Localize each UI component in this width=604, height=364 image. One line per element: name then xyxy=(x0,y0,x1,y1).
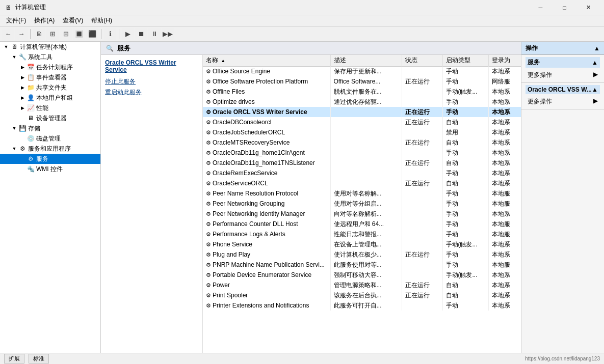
service-login-cell: 本地系 xyxy=(488,239,521,249)
toolbar-btn-info[interactable]: ℹ xyxy=(104,28,116,40)
service-status-cell: 正在运行 xyxy=(402,249,442,260)
table-row[interactable]: ⚙Print Spooler该服务在后台执...正在运行自动本地系 xyxy=(203,290,521,300)
col-header-login[interactable]: 登录为 xyxy=(488,55,521,66)
restart-service-link[interactable]: 重启动此服务 xyxy=(105,88,198,97)
table-row[interactable]: ⚙Power管理电源策略和...正在运行自动本地系 xyxy=(203,280,521,290)
table-row[interactable]: ⚙Office Source Engine保存用于更新和...手动本地系 xyxy=(203,66,521,76)
table-row[interactable]: ⚙Performance Counter DLL Host使远程用户和 64..… xyxy=(203,219,521,229)
maximize-button[interactable]: □ xyxy=(553,0,576,15)
table-row[interactable]: ⚙Phone Service在设备上管理电...手动(触发...本地系 xyxy=(203,239,521,249)
service-name-cell: ⚙OracleServiceORCL xyxy=(203,178,330,188)
back-button[interactable]: ← xyxy=(2,28,14,40)
table-row[interactable]: ⚙OracleMTSRecoveryService正在运行自动本地系 xyxy=(203,137,521,148)
service-detail-name[interactable]: Oracle ORCL VSS Writer Service xyxy=(105,59,198,73)
menu-action[interactable]: 操作(A) xyxy=(30,15,59,26)
toolbar-btn-4[interactable]: 🔳 xyxy=(73,28,85,40)
table-row[interactable]: ⚙PNRP Machine Name Publication Servi...此… xyxy=(203,260,521,270)
tree-node-services[interactable]: ⚙ 服务 xyxy=(0,154,100,164)
service-startup-cell: 自动 xyxy=(442,280,488,290)
service-startup-cell: 手动 xyxy=(442,148,488,158)
tree-label-root: 计算机管理(本地) xyxy=(20,43,67,51)
tree-node-events[interactable]: ▶ 📋 事件查看器 xyxy=(0,72,100,82)
col-header-startup[interactable]: 启动类型 xyxy=(442,55,488,66)
menu-help[interactable]: 帮助(H) xyxy=(87,15,116,26)
table-row[interactable]: ⚙Peer Name Resolution Protocol使用对等名称解...… xyxy=(203,188,521,199)
service-startup-cell: 自动 xyxy=(442,137,488,148)
service-status-cell xyxy=(402,239,442,249)
service-status-cell xyxy=(402,270,442,280)
table-row[interactable]: ⚙OracleJobSchedulerORCL禁用本地系 xyxy=(203,127,521,137)
tree-node-root[interactable]: ▼ 🖥 计算机管理(本地) xyxy=(0,42,100,52)
service-name-cell: ⚙Performance Logs & Alerts xyxy=(203,229,330,239)
toolbar-btn-2[interactable]: ⊞ xyxy=(46,28,59,40)
service-login-cell: 本地系 xyxy=(488,300,521,311)
table-row[interactable]: ⚙OracleOraDb11g_home1TNSListener正在运行自动本地… xyxy=(203,158,521,168)
table-row[interactable]: ⚙Peer Networking Grouping使用对等分组启...手动本地服 xyxy=(203,199,521,209)
tree-label-disk: 磁盘管理 xyxy=(36,134,61,143)
table-row[interactable]: ⚙OracleServiceORCL正在运行自动本地系 xyxy=(203,178,521,188)
tab-expand[interactable]: 扩展 xyxy=(4,354,24,363)
expand-device xyxy=(18,114,27,122)
table-row[interactable]: ⚙OracleOraDb11g_home1ClrAgent手动本地系 xyxy=(203,148,521,158)
toolbar-pause-button[interactable]: ⏸ xyxy=(148,28,161,40)
expand-perf: ▶ xyxy=(18,104,27,112)
window-controls: ─ □ ✕ xyxy=(529,0,600,15)
toolbar-btn-3[interactable]: ⊟ xyxy=(60,28,72,40)
menu-file[interactable]: 文件(F) xyxy=(2,15,30,26)
toolbar-btn-1[interactable]: 🗎 xyxy=(33,28,45,40)
toolbar-stop-button[interactable]: ⏹ xyxy=(135,28,147,40)
toolbar-play-button[interactable]: ▶ xyxy=(122,28,134,40)
expand-users: ▶ xyxy=(18,94,27,102)
service-desc-cell xyxy=(330,178,402,188)
table-row[interactable]: ⚙Performance Logs & Alerts性能日志和警报...手动本地… xyxy=(203,229,521,239)
minimize-button[interactable]: ─ xyxy=(529,0,552,15)
tree-node-users[interactable]: ▶ 👤 本地用户和组 xyxy=(0,93,100,103)
menu-view[interactable]: 查看(V) xyxy=(59,15,87,26)
toolbar-separator-2 xyxy=(101,29,101,39)
toolbar-separator-3 xyxy=(119,29,119,39)
toolbar: ← → 🗎 ⊞ ⊟ 🔳 ⬛ ℹ ▶ ⏹ ⏸ ▶▶ xyxy=(0,26,604,42)
tree-node-perf[interactable]: ▶ 📈 性能 xyxy=(0,103,100,113)
service-startup-cell: 手动(触发... xyxy=(442,239,488,249)
table-row[interactable]: ⚙OracleRemExecService手动本地系 xyxy=(203,168,521,178)
toolbar-restart-button[interactable]: ▶▶ xyxy=(162,28,174,40)
table-row[interactable]: ⚙Portable Device Enumerator Service强制可移动… xyxy=(203,270,521,280)
table-row[interactable]: ⚙Oracle ORCL VSS Writer Service正在运行手动本地系 xyxy=(203,107,521,117)
forward-button[interactable]: → xyxy=(15,28,28,40)
table-row[interactable]: ⚙Optimize drives通过优化存储驱...手动本地系 xyxy=(203,97,521,107)
service-startup-cell: 手动 xyxy=(442,188,488,199)
tree-node-device[interactable]: 🖥 设备管理器 xyxy=(0,113,100,123)
table-row[interactable]: ⚙Peer Networking Identity Manager向对等名称解析… xyxy=(203,209,521,219)
table-row[interactable]: ⚙Plug and Play使计算机在极少...正在运行手动本地系 xyxy=(203,249,521,260)
table-row[interactable]: ⚙Office Software Protection PlatformOffi… xyxy=(203,76,521,87)
tree-node-tasks[interactable]: ▶ 📅 任务计划程序 xyxy=(0,62,100,72)
tree-node-storage[interactable]: ▼ 💾 存储 xyxy=(0,123,100,133)
table-row[interactable]: ⚙Offline Files脱机文件服务在...手动(触发...本地系 xyxy=(203,87,521,97)
col-header-desc[interactable]: 描述 xyxy=(330,55,402,66)
service-status-cell: 正在运行 xyxy=(402,137,442,148)
right-panel: 操作 ▲ 服务 ▲ 更多操作 ▶ Oracle ORCL VSS W... ▲ … xyxy=(521,42,604,353)
service-status-cell: 正在运行 xyxy=(402,107,442,117)
expand-services-app: ▼ xyxy=(10,145,18,153)
tree-node-wmi[interactable]: 🔩 WMI 控件 xyxy=(0,164,100,174)
tab-standard[interactable]: 标准 xyxy=(29,354,49,363)
col-header-name[interactable]: 名称 ▲ xyxy=(203,55,330,66)
expand-events: ▶ xyxy=(18,73,27,81)
tools-icon: 🔧 xyxy=(18,53,27,61)
close-button[interactable]: ✕ xyxy=(577,0,600,15)
tree-node-tools[interactable]: ▼ 🔧 系统工具 xyxy=(0,52,100,62)
toolbar-btn-5[interactable]: ⬛ xyxy=(86,28,98,40)
tree-node-disk[interactable]: 💿 磁盘管理 xyxy=(0,133,100,144)
status-bar: 扩展 标准 https://blog.csdn.net/lidapang123 xyxy=(0,353,604,364)
table-row[interactable]: ⚙OracleDBConsoleorcl正在运行自动本地系 xyxy=(203,117,521,127)
table-row[interactable]: ⚙Printer Extensions and Notifications此服务… xyxy=(203,300,521,311)
title-bar: 🖥 计算机管理 ─ □ ✕ xyxy=(0,0,604,15)
right-action-more-2[interactable]: 更多操作 ▶ xyxy=(526,96,600,107)
stop-service-link[interactable]: 停止此服务 xyxy=(105,77,198,86)
right-action-more-1[interactable]: 更多操作 ▶ xyxy=(526,70,600,80)
service-status-cell: 正在运行 xyxy=(402,178,442,188)
tree-node-shared[interactable]: ▶ 📁 共享文件夹 xyxy=(0,82,100,93)
tree-label-storage: 存储 xyxy=(28,124,40,133)
tree-node-services-app[interactable]: ▼ ⚙ 服务和应用程序 xyxy=(0,144,100,154)
col-header-status[interactable]: 状态 xyxy=(402,55,442,66)
